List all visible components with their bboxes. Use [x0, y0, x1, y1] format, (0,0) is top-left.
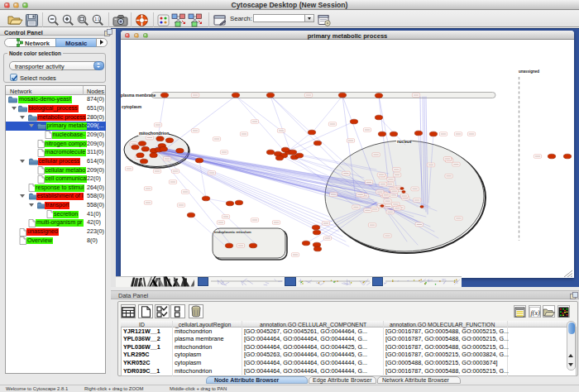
- svg-text:nucleus: nucleus: [397, 140, 412, 144]
- svg-text:unassigned: unassigned: [519, 69, 539, 74]
- svg-text:endoplasmic reticulum: endoplasmic reticulum: [214, 230, 251, 234]
- svg-text:plasma membrane: plasma membrane: [121, 93, 156, 98]
- svg-text:f(x): f(x): [531, 309, 540, 317]
- svg-text:mitochondrion: mitochondrion: [139, 131, 169, 136]
- svg-text:cytoplasm: cytoplasm: [122, 105, 142, 109]
